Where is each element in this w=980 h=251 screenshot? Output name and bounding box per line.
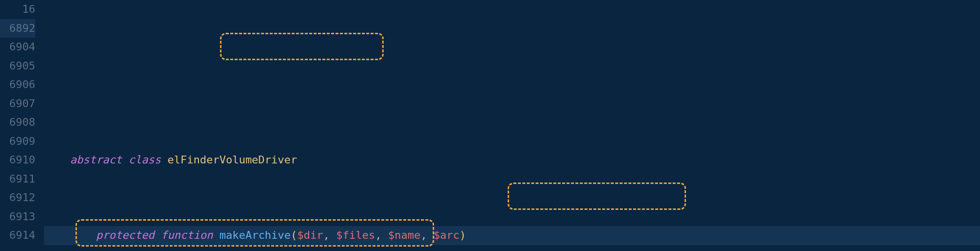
function-name: makeArchive (220, 229, 291, 241)
keyword-abstract: abstract (70, 154, 122, 166)
code-line-6892: protected function makeArchive($dir, $fi… (44, 226, 980, 245)
keyword-class: class (128, 154, 161, 166)
line-number: 6909 (0, 132, 35, 151)
line-number: 6904 (0, 38, 35, 57)
line-number: 6910 (0, 151, 35, 170)
code-line-16: abstract class elFinderVolumeDriver (44, 151, 980, 170)
line-number: 16 (0, 0, 35, 19)
line-number-gutter: 16 6892 6904 6905 6906 6907 6908 6909 69… (0, 0, 44, 251)
line-number: 6907 (0, 94, 35, 114)
class-name: elFinderVolumeDriver (168, 154, 297, 166)
line-number: 6908 (0, 113, 35, 132)
line-number: 6913 (0, 207, 35, 227)
line-number: 6912 (0, 188, 35, 207)
keyword-function: function (161, 229, 213, 241)
code-editor: 16 6892 6904 6905 6906 6907 6908 6909 69… (0, 0, 980, 251)
line-number: 6914 (0, 226, 35, 245)
line-number: 6911 (0, 170, 35, 189)
keyword-protected: protected (96, 229, 154, 241)
line-number: 6892 (0, 19, 35, 38)
line-number: 6906 (0, 75, 35, 94)
line-number: 6905 (0, 57, 35, 76)
highlight-escapeshellarg-2 (508, 183, 686, 210)
highlight-escapeshellarg-1 (220, 33, 384, 60)
code-content[interactable]: abstract class elFinderVolumeDriver prot… (44, 0, 980, 251)
